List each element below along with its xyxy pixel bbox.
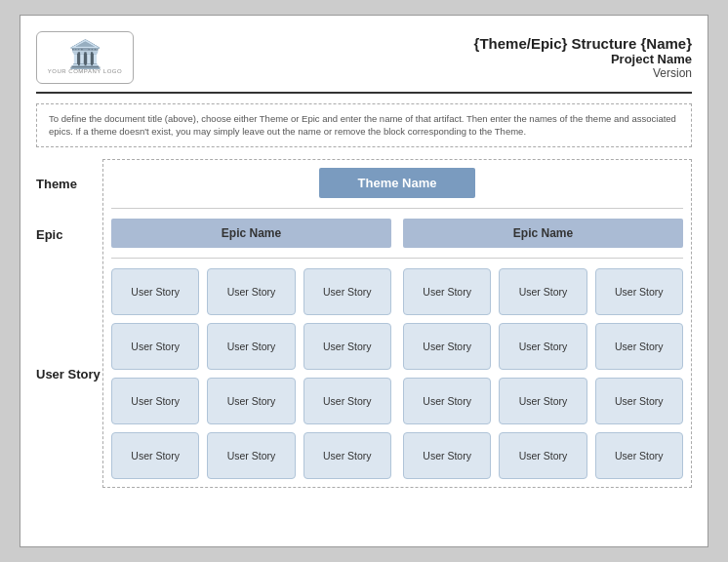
story-box[interactable]: User Story bbox=[403, 378, 491, 424]
story-box[interactable]: User Story bbox=[207, 378, 295, 424]
theme-name-box[interactable]: Theme Name bbox=[319, 168, 476, 198]
story-box[interactable]: User Story bbox=[595, 268, 683, 315]
story-box[interactable]: User Story bbox=[499, 432, 586, 479]
story-box[interactable]: User Story bbox=[595, 323, 683, 370]
story-row-1-3: User Story User Story User Story bbox=[111, 378, 391, 424]
labels-column: Theme Epic User Story bbox=[36, 159, 102, 488]
story-box[interactable]: User Story bbox=[403, 268, 491, 315]
main-content: Theme Epic User Story Theme Name Epic Na… bbox=[36, 159, 692, 488]
story-box[interactable]: User Story bbox=[111, 268, 199, 315]
epic-row: Epic Name Epic Name bbox=[111, 219, 683, 259]
epic-label: Epic bbox=[36, 210, 102, 261]
header: 🏛️ YOUR COMPANY LOGO {Theme/Epic} Struct… bbox=[36, 31, 692, 94]
story-row-1-1: User Story User Story User Story bbox=[111, 268, 391, 315]
theme-label: Theme bbox=[36, 159, 102, 210]
story-row-2-3: User Story User Story User Story bbox=[403, 378, 683, 424]
story-box[interactable]: User Story bbox=[111, 378, 199, 424]
story-box[interactable]: User Story bbox=[207, 323, 295, 370]
story-row-1-2: User Story User Story User Story bbox=[111, 323, 391, 370]
story-box[interactable]: User Story bbox=[207, 268, 295, 315]
version: Version bbox=[474, 66, 692, 80]
epic-group-2: Epic Name bbox=[403, 219, 683, 248]
header-title-block: {Theme/Epic} Structure {Name} Project Na… bbox=[474, 35, 692, 80]
stories-group-2: User Story User Story User Story User St… bbox=[403, 268, 683, 479]
user-story-label: User Story bbox=[36, 261, 102, 488]
story-box[interactable]: User Story bbox=[303, 323, 391, 370]
project-name: Project Name bbox=[474, 52, 692, 66]
grid-area: Theme Name Epic Name Epic Name User Stor… bbox=[102, 159, 692, 488]
story-box[interactable]: User Story bbox=[595, 432, 683, 479]
main-title: {Theme/Epic} Structure {Name} bbox=[474, 35, 692, 52]
logo-text: YOUR COMPANY LOGO bbox=[48, 68, 122, 74]
instruction-box: To define the document title (above), ch… bbox=[36, 103, 692, 147]
logo: 🏛️ YOUR COMPANY LOGO bbox=[36, 31, 134, 84]
story-box[interactable]: User Story bbox=[111, 432, 199, 479]
epic-name-1[interactable]: Epic Name bbox=[111, 219, 391, 248]
theme-row: Theme Name bbox=[111, 168, 683, 209]
story-box[interactable]: User Story bbox=[303, 378, 391, 424]
story-box[interactable]: User Story bbox=[207, 432, 295, 479]
story-row-1-4: User Story User Story User Story bbox=[111, 432, 391, 479]
story-box[interactable]: User Story bbox=[499, 323, 586, 370]
story-row-2-4: User Story User Story User Story bbox=[403, 432, 683, 479]
story-box[interactable]: User Story bbox=[303, 432, 391, 479]
story-box[interactable]: User Story bbox=[595, 378, 683, 424]
story-box[interactable]: User Story bbox=[499, 378, 586, 424]
stories-group-1: User Story User Story User Story User St… bbox=[111, 268, 391, 479]
story-row-2-2: User Story User Story User Story bbox=[403, 323, 683, 370]
instruction-text: To define the document title (above), ch… bbox=[49, 113, 676, 137]
logo-icon: 🏛️ bbox=[68, 41, 102, 68]
story-row-2-1: User Story User Story User Story bbox=[403, 268, 683, 315]
story-box[interactable]: User Story bbox=[403, 323, 491, 370]
story-box[interactable]: User Story bbox=[403, 432, 491, 479]
epic-group-1: Epic Name bbox=[111, 219, 391, 248]
stories-area: User Story User Story User Story User St… bbox=[111, 268, 683, 479]
story-box[interactable]: User Story bbox=[303, 268, 391, 315]
story-box[interactable]: User Story bbox=[499, 268, 586, 315]
epic-name-2[interactable]: Epic Name bbox=[403, 219, 683, 248]
page: 🏛️ YOUR COMPANY LOGO {Theme/Epic} Struct… bbox=[20, 15, 708, 547]
story-box[interactable]: User Story bbox=[111, 323, 199, 370]
